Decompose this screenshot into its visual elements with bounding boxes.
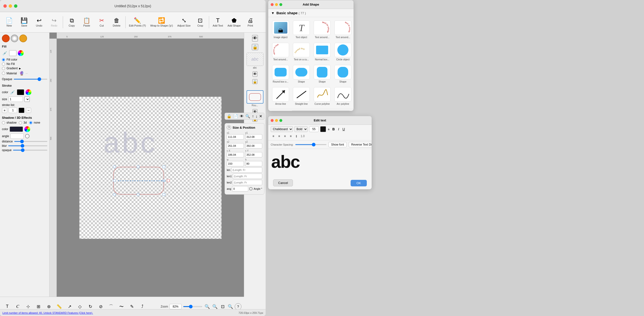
stroke-eyedropper[interactable]: 💉 xyxy=(10,89,16,95)
layer-lock-btn[interactable]: 🔒 xyxy=(227,114,232,118)
zoom-fit-btn[interactable]: ⊡ xyxy=(219,303,226,310)
ctrl-pt-br[interactable] xyxy=(162,193,166,196)
zoom-input[interactable] xyxy=(170,304,182,309)
et-max-btn[interactable] xyxy=(280,119,282,122)
angle-dial[interactable] xyxy=(25,134,30,138)
gradient-option[interactable]: Gradient ▶ xyxy=(2,67,47,70)
bold-btn[interactable]: B xyxy=(331,127,336,132)
align-justify-btn[interactable]: ≡ xyxy=(288,134,294,139)
wrap-to-shape-button[interactable]: 🔁 Wrap to Shape ('p') xyxy=(148,17,175,28)
opaque-shadow-slider[interactable] xyxy=(13,150,47,151)
sp-help-btn[interactable]: ? xyxy=(227,125,231,130)
shadow-color-wheel[interactable] xyxy=(24,126,30,132)
angle-input[interactable]: 315 xyxy=(10,134,24,139)
layer-close-btn[interactable]: ✕ xyxy=(259,114,262,118)
align-left-btn[interactable]: ≡ xyxy=(271,134,276,139)
shape-text-object[interactable]: T Text object xyxy=(292,20,311,40)
redo-button[interactable]: ↪ Redo xyxy=(47,17,61,28)
zoom-actual-btn[interactable]: 🔍 xyxy=(227,303,234,310)
stroke-add-btn[interactable]: + xyxy=(2,108,7,113)
help-btn[interactable]: ? xyxy=(235,303,242,310)
opaque-slider[interactable] xyxy=(14,79,47,80)
et-content[interactable]: abc xyxy=(268,149,372,174)
sp-x2-input[interactable] xyxy=(227,143,244,148)
accent-color-btn[interactable] xyxy=(19,34,27,42)
ctrl-pt-tr[interactable] xyxy=(162,165,166,168)
italic-btn[interactable]: I xyxy=(337,127,340,132)
undo-button[interactable]: ↩ Undo xyxy=(32,17,46,28)
layer-eye-btn[interactable]: 👁 xyxy=(240,114,244,118)
layer-thumb-2[interactable] xyxy=(246,90,264,104)
zoom-slider[interactable] xyxy=(183,306,202,307)
shape-round-box[interactable]: Round box o... xyxy=(271,64,290,84)
et-min-btn[interactable] xyxy=(275,119,278,122)
character-spacing-slider[interactable] xyxy=(295,144,326,145)
sp-y2-input[interactable] xyxy=(245,143,262,148)
ctrl-pt-bl[interactable] xyxy=(113,193,116,196)
cut-button[interactable]: ✂ Cut xyxy=(94,17,109,28)
ctrl-pt-tl[interactable] xyxy=(113,165,116,168)
eyedropper-btn[interactable]: 💉 xyxy=(2,50,8,56)
shape-squircle[interactable]: Shape xyxy=(334,64,352,84)
shape-arc-polyline[interactable]: Arc polyline xyxy=(334,86,352,106)
text-color-swatch[interactable] xyxy=(320,126,326,132)
no-fill-option[interactable]: No Fill xyxy=(2,62,47,66)
close-button[interactable] xyxy=(4,4,7,8)
shape-text-around-3[interactable]: text in circle Text around... xyxy=(271,42,290,62)
object-color-btn[interactable] xyxy=(10,34,18,42)
new-button[interactable]: 📄 New xyxy=(2,17,16,28)
ctrl-pt-ml[interactable] xyxy=(113,179,116,182)
shape-text-curve[interactable]: curved text Text on a cu... xyxy=(292,42,311,62)
ctrl-pt-bm[interactable] xyxy=(137,193,140,196)
align-center-btn[interactable]: ≡ xyxy=(276,134,282,139)
font-size-input[interactable] xyxy=(309,126,319,132)
shadow-option[interactable]: shadow xyxy=(2,121,16,124)
3d-option[interactable]: 3d xyxy=(19,121,26,124)
shape-text-around-2[interactable]: text in circle Text around... xyxy=(334,20,352,40)
none-option[interactable]: none xyxy=(29,121,40,124)
asp-min-btn[interactable] xyxy=(275,3,278,6)
sp-w-input[interactable] xyxy=(227,161,244,166)
shape-curve-polyline[interactable]: Curve polyline xyxy=(313,86,332,106)
ctrl-pt-special[interactable] xyxy=(167,179,170,182)
fill-color-swatch[interactable] xyxy=(9,50,16,56)
zoom-out-btn[interactable]: 🔍 xyxy=(204,303,210,310)
copy-button[interactable]: ⧉ Copy xyxy=(64,17,79,28)
shape-pill[interactable]: Shape xyxy=(292,64,311,84)
more-icon[interactable]: ··· xyxy=(26,72,28,75)
status-text[interactable]: Limit number of items allowed: 40. Unloc… xyxy=(2,312,93,314)
stroke-color-swatch[interactable] xyxy=(18,108,24,113)
layer-up-btn[interactable]: ↑ xyxy=(252,114,254,118)
shape-circle-object[interactable]: Circle object xyxy=(334,42,352,62)
maximize-button[interactable] xyxy=(14,4,18,8)
canvas-content[interactable]: abc xyxy=(79,96,222,239)
shape-straight-line[interactable]: Straight line xyxy=(292,86,311,106)
adjust-size-button[interactable]: ⤡ Adjust Size xyxy=(175,17,192,28)
underline-btn[interactable]: U xyxy=(342,127,346,132)
eye-visible-btn[interactable]: 👁 xyxy=(252,35,258,42)
crop-button[interactable]: ⊡ Crop xyxy=(193,17,208,28)
paste-button[interactable]: 📋 Paste xyxy=(80,17,94,28)
shape-normal-box[interactable]: Normal box... xyxy=(313,42,332,62)
add-shape-button[interactable]: ⬟ Add Shape xyxy=(226,17,242,28)
edit-points-button[interactable]: ✏️ Edit Points ('f') xyxy=(127,17,148,28)
material-icon[interactable]: 🔮 xyxy=(19,71,24,76)
sp-h-input[interactable] xyxy=(245,161,262,166)
zoom-in-btn[interactable]: 🔍 xyxy=(212,303,218,310)
layer-eye2-btn[interactable]: 🔍 xyxy=(245,114,250,118)
asp-max-btn[interactable] xyxy=(280,3,282,6)
distance-slider[interactable] xyxy=(14,141,47,142)
align-right-btn[interactable]: ≡ xyxy=(282,134,288,139)
font-weight-select[interactable]: Bold xyxy=(294,126,308,132)
et-cancel-btn[interactable]: Cancel xyxy=(273,179,293,186)
sp-len2-input[interactable] xyxy=(233,180,262,185)
asp-chevron[interactable]: ▼ xyxy=(271,11,274,15)
shape-text-around-1[interactable]: text in circle Text around... xyxy=(313,20,332,40)
brush-color-btn[interactable] xyxy=(2,34,10,42)
print-button[interactable]: 🖨 Print xyxy=(243,17,258,28)
blur-slider[interactable] xyxy=(8,145,47,146)
stroke-size-input[interactable]: 1 xyxy=(8,96,23,102)
lock-btn[interactable]: 🔒 xyxy=(252,44,258,50)
sp-cy-input[interactable] xyxy=(245,152,262,158)
reverse-text-btn[interactable]: Reverse Text Direc... xyxy=(349,142,372,147)
